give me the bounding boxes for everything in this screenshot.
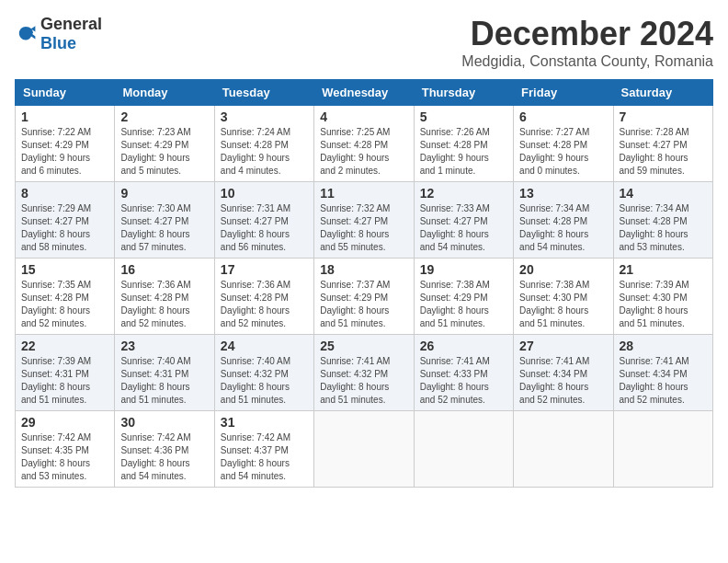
day-number: 4 <box>320 109 407 124</box>
logo-text: General Blue <box>40 15 102 53</box>
day-info: Sunrise: 7:30 AMSunset: 4:27 PMDaylight:… <box>120 202 208 254</box>
day-info: Sunrise: 7:41 AMSunset: 4:34 PMDaylight:… <box>519 355 607 407</box>
calendar-cell: 17Sunrise: 7:36 AMSunset: 4:28 PMDayligh… <box>214 259 313 335</box>
day-number: 19 <box>420 262 507 277</box>
day-info: Sunrise: 7:40 AMSunset: 4:31 PMDaylight:… <box>120 355 208 407</box>
day-info: Sunrise: 7:33 AMSunset: 4:27 PMDaylight:… <box>420 202 507 254</box>
calendar-cell: 30Sunrise: 7:42 AMSunset: 4:36 PMDayligh… <box>115 411 214 488</box>
calendar-header-wednesday: Wednesday <box>314 80 414 106</box>
day-number: 5 <box>420 109 507 124</box>
day-number: 27 <box>519 339 607 353</box>
day-info: Sunrise: 7:27 AMSunset: 4:28 PMDaylight:… <box>519 126 607 178</box>
day-info: Sunrise: 7:36 AMSunset: 4:28 PMDaylight:… <box>120 279 208 330</box>
day-number: 20 <box>519 262 607 277</box>
day-number: 24 <box>221 339 308 353</box>
calendar-cell: 31Sunrise: 7:42 AMSunset: 4:37 PMDayligh… <box>214 411 313 488</box>
calendar-week-1: 1Sunrise: 7:22 AMSunset: 4:29 PMDaylight… <box>16 106 713 182</box>
calendar-week-3: 15Sunrise: 7:35 AMSunset: 4:28 PMDayligh… <box>16 259 713 335</box>
calendar-cell: 6Sunrise: 7:27 AMSunset: 4:28 PMDaylight… <box>514 106 613 182</box>
calendar-cell: 20Sunrise: 7:38 AMSunset: 4:30 PMDayligh… <box>514 259 613 335</box>
day-number: 1 <box>21 109 108 124</box>
day-number: 28 <box>620 339 707 353</box>
calendar-header-friday: Friday <box>514 80 613 106</box>
calendar-cell: 12Sunrise: 7:33 AMSunset: 4:27 PMDayligh… <box>414 182 513 259</box>
calendar-cell: 8Sunrise: 7:29 AMSunset: 4:27 PMDaylight… <box>16 182 115 259</box>
day-number: 6 <box>519 109 607 124</box>
day-number: 14 <box>620 186 707 201</box>
calendar-table: SundayMondayTuesdayWednesdayThursdayFrid… <box>15 79 713 488</box>
calendar-cell: 23Sunrise: 7:40 AMSunset: 4:31 PMDayligh… <box>115 335 214 411</box>
day-info: Sunrise: 7:31 AMSunset: 4:27 PMDaylight:… <box>221 202 308 254</box>
day-info: Sunrise: 7:38 AMSunset: 4:30 PMDaylight:… <box>519 279 607 330</box>
calendar-cell <box>613 411 712 488</box>
day-number: 8 <box>21 186 108 201</box>
day-number: 3 <box>221 109 308 124</box>
day-number: 9 <box>120 186 208 201</box>
month-title: December 2024 <box>461 15 713 53</box>
day-number: 18 <box>320 262 407 277</box>
calendar-cell: 26Sunrise: 7:41 AMSunset: 4:33 PMDayligh… <box>414 335 513 411</box>
calendar-cell: 4Sunrise: 7:25 AMSunset: 4:28 PMDaylight… <box>314 106 414 182</box>
calendar-header-monday: Monday <box>115 80 214 106</box>
day-number: 30 <box>120 415 208 430</box>
calendar-header-row: SundayMondayTuesdayWednesdayThursdayFrid… <box>16 80 713 106</box>
calendar-cell: 7Sunrise: 7:28 AMSunset: 4:27 PMDaylight… <box>613 106 712 182</box>
day-info: Sunrise: 7:40 AMSunset: 4:32 PMDaylight:… <box>221 355 308 407</box>
calendar-cell: 11Sunrise: 7:32 AMSunset: 4:27 PMDayligh… <box>314 182 414 259</box>
day-info: Sunrise: 7:32 AMSunset: 4:27 PMDaylight:… <box>320 202 407 254</box>
day-info: Sunrise: 7:41 AMSunset: 4:32 PMDaylight:… <box>320 355 407 407</box>
day-number: 22 <box>21 339 108 353</box>
calendar-cell: 18Sunrise: 7:37 AMSunset: 4:29 PMDayligh… <box>314 259 414 335</box>
calendar-cell: 29Sunrise: 7:42 AMSunset: 4:35 PMDayligh… <box>16 411 115 488</box>
day-info: Sunrise: 7:34 AMSunset: 4:28 PMDaylight:… <box>620 202 707 254</box>
calendar-header-sunday: Sunday <box>16 80 115 106</box>
day-info: Sunrise: 7:29 AMSunset: 4:27 PMDaylight:… <box>21 202 108 254</box>
calendar-cell: 22Sunrise: 7:39 AMSunset: 4:31 PMDayligh… <box>16 335 115 411</box>
calendar-cell: 1Sunrise: 7:22 AMSunset: 4:29 PMDaylight… <box>16 106 115 182</box>
day-info: Sunrise: 7:42 AMSunset: 4:35 PMDaylight:… <box>21 431 108 483</box>
calendar-cell: 19Sunrise: 7:38 AMSunset: 4:29 PMDayligh… <box>414 259 513 335</box>
calendar-cell: 5Sunrise: 7:26 AMSunset: 4:28 PMDaylight… <box>414 106 513 182</box>
calendar-cell: 16Sunrise: 7:36 AMSunset: 4:28 PMDayligh… <box>115 259 214 335</box>
day-info: Sunrise: 7:37 AMSunset: 4:29 PMDaylight:… <box>320 279 407 330</box>
day-number: 16 <box>120 262 208 277</box>
day-info: Sunrise: 7:41 AMSunset: 4:34 PMDaylight:… <box>620 355 707 407</box>
day-info: Sunrise: 7:23 AMSunset: 4:29 PMDaylight:… <box>120 126 208 178</box>
day-info: Sunrise: 7:39 AMSunset: 4:31 PMDaylight:… <box>21 355 108 407</box>
day-info: Sunrise: 7:39 AMSunset: 4:30 PMDaylight:… <box>620 279 707 330</box>
day-info: Sunrise: 7:41 AMSunset: 4:33 PMDaylight:… <box>420 355 507 407</box>
calendar-cell: 9Sunrise: 7:30 AMSunset: 4:27 PMDaylight… <box>115 182 214 259</box>
calendar-week-5: 29Sunrise: 7:42 AMSunset: 4:35 PMDayligh… <box>16 411 713 488</box>
day-number: 17 <box>221 262 308 277</box>
calendar-cell <box>314 411 414 488</box>
day-info: Sunrise: 7:28 AMSunset: 4:27 PMDaylight:… <box>620 126 707 178</box>
day-info: Sunrise: 7:24 AMSunset: 4:28 PMDaylight:… <box>221 126 308 178</box>
day-info: Sunrise: 7:26 AMSunset: 4:28 PMDaylight:… <box>420 126 507 178</box>
calendar-cell: 15Sunrise: 7:35 AMSunset: 4:28 PMDayligh… <box>16 259 115 335</box>
day-number: 21 <box>620 262 707 277</box>
day-number: 2 <box>120 109 208 124</box>
calendar-cell: 25Sunrise: 7:41 AMSunset: 4:32 PMDayligh… <box>314 335 414 411</box>
calendar-week-4: 22Sunrise: 7:39 AMSunset: 4:31 PMDayligh… <box>16 335 713 411</box>
day-info: Sunrise: 7:34 AMSunset: 4:28 PMDaylight:… <box>519 202 607 254</box>
day-number: 7 <box>620 109 707 124</box>
calendar-cell <box>414 411 513 488</box>
calendar-cell: 13Sunrise: 7:34 AMSunset: 4:28 PMDayligh… <box>514 182 613 259</box>
calendar-week-2: 8Sunrise: 7:29 AMSunset: 4:27 PMDaylight… <box>16 182 713 259</box>
calendar-cell: 10Sunrise: 7:31 AMSunset: 4:27 PMDayligh… <box>214 182 313 259</box>
day-info: Sunrise: 7:25 AMSunset: 4:28 PMDaylight:… <box>320 126 407 178</box>
calendar-cell: 2Sunrise: 7:23 AMSunset: 4:29 PMDaylight… <box>115 106 214 182</box>
calendar-cell: 24Sunrise: 7:40 AMSunset: 4:32 PMDayligh… <box>214 335 313 411</box>
calendar-cell: 14Sunrise: 7:34 AMSunset: 4:28 PMDayligh… <box>613 182 712 259</box>
day-number: 11 <box>320 186 407 201</box>
calendar-header-tuesday: Tuesday <box>214 80 313 106</box>
day-number: 26 <box>420 339 507 353</box>
day-info: Sunrise: 7:38 AMSunset: 4:29 PMDaylight:… <box>420 279 507 330</box>
calendar-cell: 21Sunrise: 7:39 AMSunset: 4:30 PMDayligh… <box>613 259 712 335</box>
day-number: 10 <box>221 186 308 201</box>
day-number: 15 <box>21 262 108 277</box>
calendar-cell: 27Sunrise: 7:41 AMSunset: 4:34 PMDayligh… <box>514 335 613 411</box>
day-info: Sunrise: 7:22 AMSunset: 4:29 PMDaylight:… <box>21 126 108 178</box>
calendar-cell <box>514 411 613 488</box>
logo: General Blue <box>15 15 102 53</box>
